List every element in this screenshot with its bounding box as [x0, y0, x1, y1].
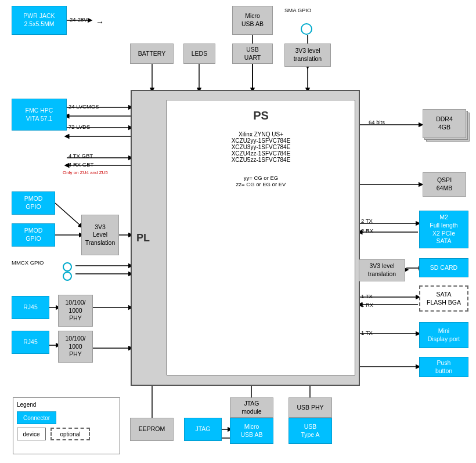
svg-line-13: [55, 203, 81, 226]
pmod2-box: PMODGPIO: [12, 223, 55, 247]
bits64-label: 64 bits: [369, 119, 385, 125]
sma-circle: [301, 23, 312, 35]
xilinx-model-2: XCZU2yy-1SFVC784E: [232, 138, 291, 144]
lvcmos-label: 24 LVCMOS: [68, 103, 99, 110]
micro-usb-ab-bot-box: MicroUSB AB: [230, 418, 273, 444]
pl-outer-box: PL PS Xilinx ZYNQ US+ XCZU2yy-1SFVC784E …: [131, 90, 360, 386]
battery-box: BATTERY: [130, 44, 174, 64]
zz-note: zz= CG or EG or EV: [236, 181, 286, 187]
mmcx-gpio-label: MMCX GPIO: [12, 259, 44, 266]
push-button-box: Pushbutton: [419, 357, 468, 377]
ddr4-box: DDR44GB: [423, 109, 466, 138]
phy1-box: 10/100/1000PHY: [58, 295, 93, 327]
xilinx-model-5: XCZU5zz-1SFVC784E: [232, 157, 291, 163]
ps-inner-box: PS Xilinx ZYNQ US+ XCZU2yy-1SFVC784E XCZ…: [167, 100, 355, 375]
usb-type-a-box: USBType A: [289, 418, 332, 444]
pmod1-box: PMODGPIO: [12, 191, 55, 215]
phy2-box: 10/100/1000PHY: [58, 331, 93, 363]
tx1b-label: 1 TX: [361, 330, 373, 336]
voltage-arrow: →: [96, 17, 104, 27]
ps-label: PS: [253, 109, 269, 122]
m2-box: M2Full lengthX2 PCIeSATA: [419, 211, 468, 248]
rx2-label: 2 RX: [361, 227, 373, 234]
rx1a-label: 1 RX: [361, 302, 373, 308]
sd-card-box: SD CARD: [419, 258, 468, 277]
block-diagram: PWR JACK 2.5x5.5MM 24-28V → BATTERY LEDS…: [0, 0, 476, 463]
level-trans-pl-box: 3V3LevelTranslation: [81, 215, 119, 255]
xilinx-model-3: XCZU3yy-1SFVC784E: [232, 144, 291, 150]
pwr-jack-box: PWR JACK 2.5x5.5MM: [12, 6, 67, 35]
qspi-box: QSPI64MB: [423, 172, 466, 197]
legend-connector: Connector: [17, 411, 56, 424]
sma-gpio-label: SMA GPIO: [284, 7, 311, 13]
pl-label: PL: [136, 232, 150, 244]
mmcx-circle-1: [63, 262, 72, 272]
xilinx-model-1: Xilinx ZYNQ US+: [239, 131, 283, 138]
jtag-module-box: JTAGmodule: [230, 397, 273, 418]
tx-gbt-label: 4 TX GBT: [68, 153, 93, 159]
sata-flash-box: SATAFLASH BGA: [419, 285, 468, 312]
voltage-label: 24-28V: [70, 16, 88, 23]
rj45-2-box: RJ45: [12, 331, 49, 354]
rj45-1-box: RJ45: [12, 296, 49, 319]
yy-note: yy= CG or EG: [244, 175, 278, 181]
fmc-hpc-box: FMC HPCVITA 57.1: [12, 99, 67, 131]
legend-title: Legend: [17, 401, 116, 408]
mmcx-circle-2: [63, 272, 72, 281]
usb-phy-box: USB PHY: [289, 397, 332, 418]
legend-box: Legend Connector device optional: [13, 397, 120, 454]
xilinx-model-4: XCZU4zz-1SFVC784E: [232, 150, 291, 157]
level-trans-top-box: 3V3 leveltranslation: [284, 44, 331, 67]
tx2-label: 2 TX: [361, 218, 373, 224]
eeprom-box: EEPROM: [130, 418, 174, 441]
lvds-label: 72 LVDS: [68, 124, 90, 130]
level-trans-right-box: 3V3 leveltranslation: [359, 259, 405, 281]
legend-optional: optional: [51, 428, 90, 440]
mini-dp-box: MiniDisplay port: [419, 322, 468, 348]
tx1a-label: 1 TX: [361, 293, 373, 299]
micro-usb-ab-top-box: MicroUSB AB: [232, 6, 273, 35]
leds-box: LEDS: [183, 44, 215, 64]
rx-gbt-label: 4 RX GBT: [68, 161, 93, 168]
usb-uart-box: USBUART: [232, 44, 273, 64]
only-zu-label: Only on ZU4 and ZU5: [63, 170, 108, 175]
legend-device: device: [17, 428, 46, 440]
jtag-box: JTAG: [184, 418, 222, 441]
